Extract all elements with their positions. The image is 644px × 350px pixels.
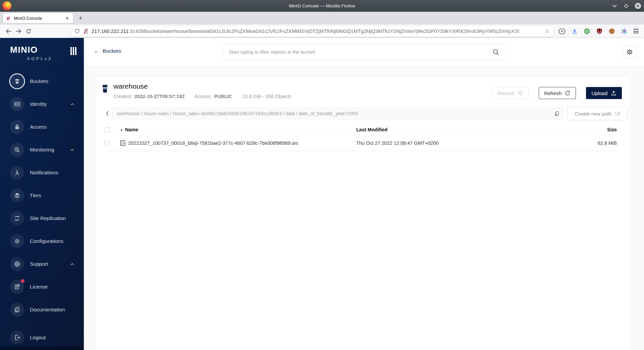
- sidebar-collapse-icon[interactable]: [70, 47, 76, 55]
- bucket-actions: Rewind Refresh Upload: [492, 82, 622, 99]
- search-input[interactable]: [224, 49, 492, 55]
- refresh-button[interactable]: Refresh: [539, 87, 576, 99]
- license-tag: AGPLv3: [27, 56, 84, 61]
- upload-button[interactable]: Upload: [586, 87, 622, 99]
- sidebar-item-buckets[interactable]: Buckets: [0, 70, 84, 93]
- bucket-icon: [101, 84, 109, 99]
- lambda-icon: λ: [10, 166, 24, 180]
- sidebar-item-identity[interactable]: Identity: [0, 93, 84, 116]
- minimize-icon[interactable]: [611, 3, 618, 9]
- bucket-head: warehouse Created:2022-10-27T09:57:19Z A…: [95, 77, 630, 99]
- replication-sync-icon: [10, 211, 24, 225]
- sort-ascending-icon[interactable]: ▲: [120, 128, 123, 131]
- multicolor-asterisk-extension-icon[interactable]: [621, 28, 628, 35]
- copy-path-button[interactable]: [552, 109, 561, 118]
- back-nav-icon[interactable]: [3, 26, 13, 36]
- bookmark-star-icon[interactable]: ☆: [545, 28, 550, 35]
- sidebar-item-label: Documentation: [30, 307, 65, 313]
- forward-nav-icon[interactable]: [13, 26, 23, 36]
- bucket-name: warehouse: [113, 82, 302, 90]
- row-checkbox[interactable]: [105, 141, 110, 146]
- sidebar-item-label: Access: [30, 124, 47, 130]
- table-row[interactable]: 20221027_100737_00018_b8xji-7581bae2-377…: [105, 135, 617, 151]
- object-name: 20221027_100737_00018_b8xji-7581bae2-377…: [128, 140, 299, 146]
- copy-icon: [554, 111, 559, 116]
- layers-icon: [10, 188, 24, 203]
- objects-table: ▲ Name Last Modified Size: [105, 124, 617, 151]
- sidebar-item-access[interactable]: Access: [0, 116, 84, 138]
- rewind-icon: [518, 90, 523, 96]
- identity-card-icon: [10, 97, 24, 111]
- tab-minio-console[interactable]: MinIO Console ✕: [3, 13, 73, 23]
- bucket-access[interactable]: Access:PUBLIC: [195, 94, 232, 99]
- object-size: 62.8 MiB: [570, 140, 617, 146]
- toolbar-extensions: [558, 28, 641, 35]
- url-bar[interactable]: 217.160.222.211:31429/buckets/warehouse/…: [71, 26, 553, 37]
- new-tab-button[interactable]: +: [76, 13, 85, 23]
- maximize-icon[interactable]: [623, 3, 630, 9]
- sidebar-item-notifications[interactable]: λ Notifications: [0, 161, 84, 184]
- content-area: warehouse Created:2022-10-27T09:57:19Z A…: [84, 66, 644, 350]
- sidebar-item-support[interactable]: Support: [0, 253, 84, 275]
- tab-close-icon[interactable]: ✕: [64, 15, 70, 21]
- column-header-modified[interactable]: Last Modified: [356, 127, 570, 132]
- bucket-meta: Created:2022-10-27T09:57:19Z Access:PUBL…: [113, 94, 302, 99]
- chevron-up-icon[interactable]: [68, 100, 76, 108]
- gear-icon: [626, 48, 634, 56]
- support-icon: [10, 257, 24, 271]
- reload-icon[interactable]: [23, 26, 34, 36]
- breadcrumb-path[interactable]: warehouse / house-sales / house_sales-3e…: [117, 111, 549, 116]
- sidebar-item-label: Buckets: [30, 78, 48, 84]
- insecure-lock-icon[interactable]: [83, 28, 89, 34]
- column-header-size[interactable]: Size: [570, 127, 617, 132]
- sidebar-item-label: Logout: [30, 335, 46, 341]
- object-filter-search: [224, 44, 504, 60]
- chevron-up-icon[interactable]: [68, 146, 76, 154]
- license-alert-badge: [21, 279, 24, 283]
- tab-bar: MinIO Console ✕ +: [0, 12, 644, 25]
- cookie-extension-icon[interactable]: [608, 28, 615, 35]
- create-new-path-button[interactable]: Create new path: [567, 107, 628, 120]
- sidebar-item-logout[interactable]: Logout: [0, 326, 84, 349]
- rewind-button[interactable]: Rewind: [492, 87, 529, 99]
- sidebar-item-configurations[interactable]: Configurations: [0, 230, 84, 253]
- extension-green-icon[interactable]: [584, 28, 590, 35]
- bucket-info: warehouse Created:2022-10-27T09:57:19Z A…: [113, 82, 302, 99]
- breadcrumb-row: warehouse / house-sales / house_sales-3e…: [102, 107, 628, 120]
- pocket-icon[interactable]: [558, 28, 566, 35]
- chevron-up-icon[interactable]: [68, 260, 76, 268]
- window-controls: [611, 0, 641, 12]
- ublock-origin-icon[interactable]: [596, 28, 603, 35]
- gear-icon: [10, 234, 24, 248]
- sidebar-item-label: Configurations: [30, 238, 63, 244]
- sidebar-menu: Buckets Identity Access: [0, 66, 84, 349]
- menu-hamburger-icon[interactable]: [633, 29, 639, 33]
- select-all-checkbox[interactable]: [105, 127, 110, 132]
- sidebar-item-license[interactable]: License: [0, 275, 84, 298]
- url-text[interactable]: 217.160.222.211:31429/buckets/warehouse/…: [92, 29, 542, 34]
- url-host: 217.160.222.211: [92, 29, 128, 34]
- sidebar-item-label: Identity: [30, 101, 47, 107]
- sidebar: MINIO AGPLv3 Buckets Identity: [0, 38, 84, 350]
- row-select-cell: [105, 141, 120, 146]
- sidebar-item-tiers[interactable]: Tiers: [0, 184, 84, 207]
- object-name-cell[interactable]: 20221027_100737_00018_b8xji-7581bae2-377…: [120, 140, 356, 146]
- tracking-shield-icon[interactable]: [74, 28, 80, 34]
- select-all-cell: [105, 127, 120, 132]
- back-to-buckets-link[interactable]: ← Buckets: [94, 48, 121, 54]
- column-header-name[interactable]: ▲ Name: [120, 127, 356, 132]
- sidebar-item-monitoring[interactable]: Monitoring: [0, 138, 84, 161]
- sidebar-item-documentation[interactable]: Documentation: [0, 298, 84, 321]
- bucket-settings-button[interactable]: [623, 45, 636, 59]
- sidebar-item-site-replication[interactable]: Site Replication: [0, 207, 84, 230]
- search-icon: [492, 49, 504, 56]
- sidebar-item-label: Notifications: [30, 170, 58, 176]
- firefox-logo-icon: [2, 1, 11, 10]
- download-icon[interactable]: [571, 28, 578, 35]
- breadcrumb-back-button[interactable]: [102, 107, 112, 120]
- sidebar-item-label: Support: [30, 261, 48, 267]
- bucket-usage: 12.6 GiB - 558 Objects: [242, 94, 291, 99]
- breadcrumb-strip: warehouse / house-sales / house_sales-3e…: [112, 107, 564, 120]
- close-icon[interactable]: [635, 3, 641, 9]
- chevron-left-icon: [105, 111, 109, 117]
